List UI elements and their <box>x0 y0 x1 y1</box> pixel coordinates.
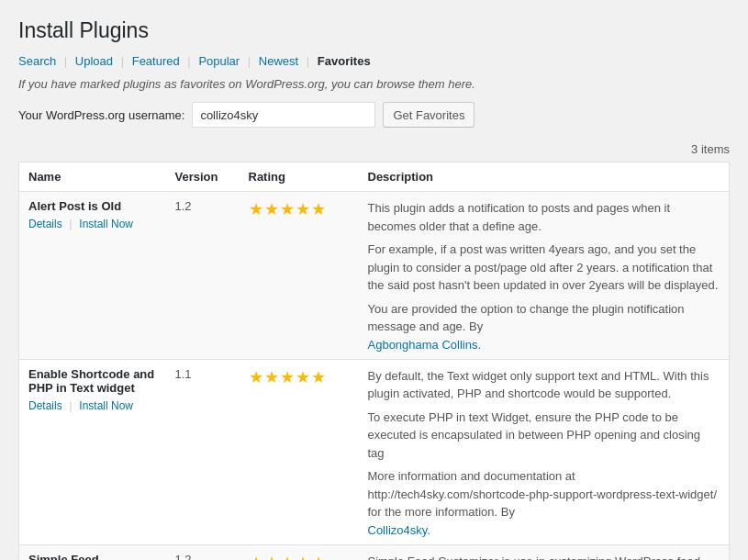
nav-newest[interactable]: Newest <box>259 54 298 68</box>
details-link[interactable]: Details <box>28 218 62 230</box>
nav-search[interactable]: Search <box>18 54 56 68</box>
username-input[interactable] <box>192 102 375 128</box>
nav-upload[interactable]: Upload <box>75 54 113 68</box>
star-icon: ★ <box>280 199 295 219</box>
star-icon: ★ <box>264 367 279 387</box>
favorites-info: If you have marked plugins as favorites … <box>18 77 730 91</box>
star-icon: ★ <box>249 199 263 219</box>
star-icon: ★ <box>249 367 263 387</box>
col-header-version: Version <box>166 162 240 192</box>
plugin-rating: ★★★★★ <box>240 359 359 544</box>
nav-sep-3: | <box>187 54 190 68</box>
star-icon: ★ <box>280 553 295 561</box>
items-count: 3 items <box>18 142 730 156</box>
table-row: Enable Shortcode and PHP in Text widget … <box>19 359 730 544</box>
plugin-actions: Details | Install Now <box>28 398 157 412</box>
plugin-description: By default, the Text widget only support… <box>359 359 730 544</box>
table-row: Simple Feed Customizer Details | Install… <box>19 544 730 560</box>
plugin-description: This plugin adds a notification to posts… <box>359 192 730 360</box>
col-header-name: Name <box>19 162 166 192</box>
plugin-name: Enable Shortcode and PHP in Text widget <box>28 367 157 395</box>
star-icon: ★ <box>296 553 310 561</box>
nav-links: Search | Upload | Featured | Popular | N… <box>18 54 730 68</box>
nav-sep-1: | <box>64 54 67 68</box>
nav-sep-4: | <box>248 54 251 68</box>
table-header-row: Name Version Rating Description <box>19 162 730 192</box>
plugin-rating: ★★★★★ <box>240 544 359 560</box>
star-icon: ★ <box>296 367 310 387</box>
install-link[interactable]: Install Now <box>79 399 133 412</box>
star-icon: ★ <box>311 199 326 219</box>
nav-sep-5: | <box>307 54 309 68</box>
col-header-description: Description <box>359 162 730 192</box>
star-icon: ★ <box>249 553 263 561</box>
plugins-table: Name Version Rating Description Alert Po… <box>18 162 730 560</box>
plugin-name: Alert Post is Old <box>28 199 157 213</box>
author-link[interactable]: Collizo4sky <box>368 523 428 537</box>
table-row: Alert Post is Old Details | Install Now … <box>19 192 730 360</box>
author-link[interactable]: Agbonghama Collins <box>368 338 478 352</box>
nav-popular[interactable]: Popular <box>198 54 240 68</box>
star-icon: ★ <box>264 553 279 561</box>
plugin-actions: Details | Install Now <box>28 217 157 230</box>
star-icon: ★ <box>296 199 310 219</box>
star-icon: ★ <box>311 367 326 387</box>
star-icon: ★ <box>280 367 295 387</box>
get-favorites-button[interactable]: Get Favorites <box>383 102 474 128</box>
star-icon: ★ <box>311 553 326 561</box>
page-title: Install Plugins <box>18 18 730 43</box>
details-link[interactable]: Details <box>28 399 62 412</box>
star-icon: ★ <box>264 199 279 219</box>
plugin-version: 1.2 <box>166 544 240 560</box>
nav-featured[interactable]: Featured <box>132 54 180 68</box>
nav-favorites-current: Favorites <box>318 54 371 68</box>
plugin-rating: ★★★★★ <box>240 192 359 360</box>
plugin-version: 1.2 <box>166 192 240 360</box>
nav-sep-2: | <box>121 54 124 68</box>
plugin-version: 1.1 <box>166 359 240 544</box>
install-link[interactable]: Install Now <box>79 218 133 230</box>
col-header-rating: Rating <box>240 162 359 192</box>
username-label: Your WordPress.org username: <box>18 108 184 122</box>
plugin-name: Simple Feed Customizer <box>28 553 157 561</box>
username-row: Your WordPress.org username: Get Favorit… <box>18 102 730 128</box>
plugin-description: Simple Feed Customizer is use in customi… <box>359 544 730 560</box>
